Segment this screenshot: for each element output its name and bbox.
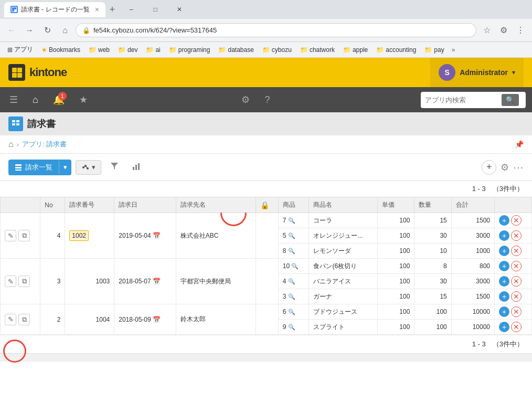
window-maximize-button[interactable]: □	[143, 0, 167, 19]
breadcrumb-pin-icon[interactable]: 📌	[515, 140, 524, 149]
tab-close-button[interactable]: ×	[95, 5, 99, 14]
filter-button[interactable]	[105, 159, 123, 175]
row1-sub3-search-icon[interactable]: 🔍	[288, 248, 295, 254]
row3-sub1-del-button[interactable]: ✕	[511, 306, 522, 317]
row2-sub3-del-button[interactable]: ✕	[511, 291, 522, 302]
row1-copy-button[interactable]: ⧉	[18, 230, 30, 241]
new-tab-button[interactable]: +	[105, 4, 120, 15]
chart-button[interactable]	[127, 160, 145, 175]
app-title: 請求書	[27, 118, 56, 130]
row2-sub2-search-icon[interactable]: 🔍	[288, 278, 295, 284]
graph-button[interactable]: ▾	[76, 160, 101, 175]
extensions-button[interactable]: ⚙	[496, 23, 511, 38]
row1-sub3-add-button[interactable]: +	[499, 246, 509, 256]
apps-icon: ⊞	[7, 46, 13, 54]
window-minimize-button[interactable]: –	[119, 0, 143, 19]
view-select-dropdown[interactable]: ▾	[59, 160, 71, 174]
row1-sub3-product-id: 8 🔍	[278, 243, 309, 259]
notification-button[interactable]: 🔔 1	[50, 91, 68, 109]
folder-icon-dev: 📁	[118, 46, 126, 54]
bookmark-star-button[interactable]: ☆	[480, 23, 494, 38]
pagination-bottom: 1 - 3 （3件中）	[0, 335, 532, 353]
row2-sub1-row-actions: + ✕	[495, 259, 532, 274]
nav-back-button[interactable]: ←	[4, 23, 19, 38]
view-controls: 請求一覧 ▾ ▾ + ⚙ ···	[0, 154, 532, 181]
bookmark-apple[interactable]: 📁 apple	[340, 45, 371, 55]
bookmark-web[interactable]: 📁 web	[86, 45, 113, 55]
nav-refresh-button[interactable]: ↻	[40, 23, 55, 38]
row3-sub1-add-button[interactable]: +	[499, 306, 509, 317]
row1-sub2-price: 100	[377, 228, 414, 243]
row1-sub1-del-button[interactable]: ✕	[511, 215, 522, 226]
toolbar-gear-button[interactable]: ⚙	[238, 91, 253, 109]
bookmark-bookmarks[interactable]: ★ Bookmarks	[38, 45, 83, 55]
row2-sub2-add-button[interactable]: +	[499, 276, 509, 287]
row1-calendar-icon[interactable]: 📅	[153, 232, 161, 239]
row1-sub2-search-icon[interactable]: 🔍	[288, 232, 295, 239]
breadcrumb-home-icon[interactable]: ⌂	[8, 140, 14, 149]
row2-sub1-del-button[interactable]: ✕	[511, 261, 522, 271]
breadcrumb: ⌂ › アプリ: 請求書 📌	[0, 135, 532, 154]
add-record-button[interactable]: +	[482, 160, 496, 175]
bookmark-accounting[interactable]: 📁 accounting	[373, 45, 419, 55]
row2-sub1-add-button[interactable]: +	[499, 261, 509, 271]
table-row: ✎ ⧉ 4 1002 2019-05-04 📅	[1, 213, 532, 228]
star-icon: ★	[41, 46, 47, 54]
row2-edit-button[interactable]: ✎	[5, 276, 16, 287]
user-dropdown-arrow[interactable]: ▾	[512, 69, 515, 76]
breadcrumb-app-link[interactable]: アプリ: 請求書	[22, 140, 67, 149]
row1-sub3-del-button[interactable]: ✕	[511, 246, 522, 256]
row3-sub1-product-id: 6 🔍	[278, 304, 309, 320]
bookmark-dev[interactable]: 📁 dev	[115, 45, 141, 55]
view-settings-button[interactable]: ⚙	[501, 162, 509, 173]
row2-sub3-search-icon[interactable]: 🔍	[288, 293, 295, 300]
bookmark-programing[interactable]: 📁 programing	[166, 45, 214, 55]
address-bar[interactable]: 🔒 fe54k.cybozu.com/k/624/?view=5317645	[76, 23, 476, 37]
row2-sub1-total: 800	[451, 259, 494, 274]
row2-calendar-icon[interactable]: 📅	[153, 278, 161, 285]
home-button[interactable]: ⌂	[29, 91, 41, 109]
row1-sub1-search-icon[interactable]: 🔍	[288, 217, 295, 224]
search-button[interactable]: 🔍	[502, 94, 519, 106]
browser-tab[interactable]: 請求書 - レコードの一覧 ×	[4, 2, 105, 17]
row1-sub2-del-button[interactable]: ✕	[511, 230, 522, 241]
row1-sub2-add-button[interactable]: +	[499, 230, 509, 241]
row3-sub2-add-button[interactable]: +	[499, 322, 509, 332]
bookmark-ai[interactable]: 📁 ai	[143, 45, 163, 55]
view-select-label[interactable]: 請求一覧	[8, 160, 59, 175]
browser-nav: ← → ↻ ⌂ 🔒 fe54k.cybozu.com/k/624/?view=5…	[0, 19, 532, 42]
nav-forward-button[interactable]: →	[22, 23, 37, 38]
row2-sub1-search-icon[interactable]: 🔍	[291, 263, 299, 269]
bookmark-apps[interactable]: ⊞ アプリ	[4, 44, 36, 55]
app-header: 請求書	[0, 112, 532, 135]
more-bookmarks-button[interactable]: »	[450, 45, 457, 55]
view-more-button[interactable]: ···	[513, 161, 524, 173]
row2-copy-button[interactable]: ⧉	[18, 276, 30, 287]
row1-edit-button[interactable]: ✎	[5, 230, 16, 241]
search-input[interactable]	[425, 96, 498, 104]
folder-icon-database: 📁	[218, 46, 226, 54]
bookmark-database[interactable]: 📁 database	[215, 45, 257, 55]
row2-sub3-add-button[interactable]: +	[499, 291, 509, 302]
favorites-button[interactable]: ★	[76, 91, 91, 109]
menu-button[interactable]: ☰	[6, 91, 21, 109]
row3-sub1-search-icon[interactable]: 🔍	[288, 309, 295, 315]
row3-calendar-icon[interactable]: 📅	[153, 316, 161, 323]
bookmark-chatwork[interactable]: 📁 chatwork	[297, 45, 338, 55]
row3-copy-button[interactable]: ⧉	[18, 314, 30, 325]
row2-sub2-del-button[interactable]: ✕	[511, 276, 522, 287]
row1-sub1-add-button[interactable]: +	[499, 215, 509, 226]
nav-home-button[interactable]: ⌂	[58, 23, 72, 38]
help-button[interactable]: ?	[261, 91, 273, 109]
window-close-button[interactable]: ✕	[167, 0, 191, 19]
bookmark-pay[interactable]: 📁 pay	[421, 45, 447, 55]
row3-sub2-search-icon[interactable]: 🔍	[288, 324, 295, 330]
row3-sub2-del-button[interactable]: ✕	[511, 322, 522, 332]
row3-edit-button[interactable]: ✎	[5, 314, 16, 325]
svg-rect-2	[14, 7, 16, 9]
row1-sub2-product-name: オレンジジュー...	[309, 228, 377, 243]
horizontal-scrollbar[interactable]	[0, 353, 532, 362]
bookmark-cybozu[interactable]: 📁 cybozu	[259, 45, 295, 55]
nav-more-button[interactable]: ⋮	[513, 23, 528, 38]
notification-badge: 1	[58, 92, 67, 100]
